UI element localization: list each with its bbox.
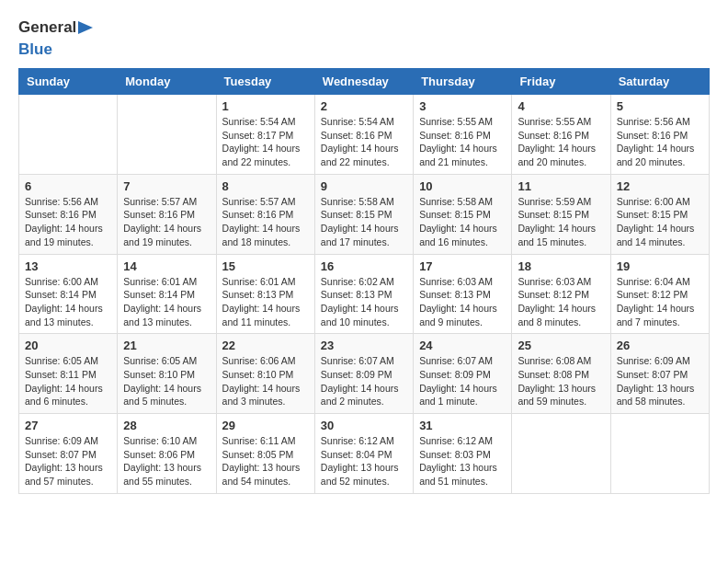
calendar-cell: 4Sunrise: 5:55 AM Sunset: 8:16 PM Daylig… — [512, 95, 610, 175]
day-info: Sunrise: 5:59 AM Sunset: 8:15 PM Dayligh… — [518, 195, 604, 249]
calendar-cell: 10Sunrise: 5:58 AM Sunset: 8:15 PM Dayli… — [414, 174, 512, 254]
calendar-cell: 6Sunrise: 5:56 AM Sunset: 8:16 PM Daylig… — [19, 174, 118, 254]
day-number: 20 — [25, 339, 111, 352]
day-number: 27 — [25, 419, 111, 432]
day-info: Sunrise: 6:07 AM Sunset: 8:09 PM Dayligh… — [419, 354, 506, 408]
calendar-cell: 30Sunrise: 6:12 AM Sunset: 8:04 PM Dayli… — [314, 414, 413, 494]
weekday-header: Wednesday — [314, 69, 413, 95]
day-info: Sunrise: 5:54 AM Sunset: 8:16 PM Dayligh… — [321, 115, 407, 169]
calendar-header-row: SundayMondayTuesdayWednesdayThursdayFrid… — [19, 69, 710, 95]
calendar-cell: 20Sunrise: 6:05 AM Sunset: 8:11 PM Dayli… — [19, 334, 118, 414]
day-info: Sunrise: 6:09 AM Sunset: 8:07 PM Dayligh… — [617, 354, 703, 408]
calendar-week-row: 6Sunrise: 5:56 AM Sunset: 8:16 PM Daylig… — [19, 174, 710, 254]
day-number: 1 — [222, 99, 309, 113]
day-number: 8 — [222, 179, 309, 193]
day-number: 22 — [222, 339, 309, 352]
logo: GeneralBlue — [18, 18, 95, 59]
calendar-week-row: 13Sunrise: 6:00 AM Sunset: 8:14 PM Dayli… — [19, 254, 710, 334]
day-number: 18 — [518, 259, 604, 273]
calendar-cell: 8Sunrise: 5:57 AM Sunset: 8:16 PM Daylig… — [216, 174, 314, 254]
weekday-header: Friday — [512, 69, 610, 95]
calendar-cell: 13Sunrise: 6:00 AM Sunset: 8:14 PM Dayli… — [19, 254, 118, 334]
calendar-cell: 25Sunrise: 6:08 AM Sunset: 8:08 PM Dayli… — [512, 334, 610, 414]
day-number: 25 — [518, 339, 604, 352]
day-number: 16 — [321, 259, 407, 273]
day-number: 9 — [321, 179, 407, 193]
calendar-cell: 28Sunrise: 6:10 AM Sunset: 8:06 PM Dayli… — [118, 414, 216, 494]
day-info: Sunrise: 6:05 AM Sunset: 8:11 PM Dayligh… — [25, 354, 111, 408]
day-number: 24 — [419, 339, 506, 352]
calendar-cell: 29Sunrise: 6:11 AM Sunset: 8:05 PM Dayli… — [216, 414, 314, 494]
day-number: 26 — [617, 339, 703, 352]
day-info: Sunrise: 6:03 AM Sunset: 8:12 PM Dayligh… — [518, 275, 604, 329]
day-number: 23 — [321, 339, 407, 352]
day-info: Sunrise: 5:55 AM Sunset: 8:16 PM Dayligh… — [518, 115, 604, 169]
day-number: 5 — [617, 99, 703, 113]
day-number: 6 — [25, 179, 111, 193]
day-info: Sunrise: 5:58 AM Sunset: 8:15 PM Dayligh… — [321, 195, 407, 249]
day-number: 10 — [419, 179, 506, 193]
day-info: Sunrise: 5:56 AM Sunset: 8:16 PM Dayligh… — [617, 115, 703, 169]
calendar-cell: 9Sunrise: 5:58 AM Sunset: 8:15 PM Daylig… — [314, 174, 413, 254]
day-info: Sunrise: 6:06 AM Sunset: 8:10 PM Dayligh… — [222, 354, 309, 408]
day-info: Sunrise: 6:08 AM Sunset: 8:08 PM Dayligh… — [518, 354, 604, 408]
day-number: 13 — [25, 259, 111, 273]
day-info: Sunrise: 6:10 AM Sunset: 8:06 PM Dayligh… — [123, 434, 210, 488]
day-number: 21 — [123, 339, 210, 352]
day-number: 3 — [419, 99, 506, 113]
calendar-cell — [118, 95, 216, 175]
calendar-cell: 27Sunrise: 6:09 AM Sunset: 8:07 PM Dayli… — [19, 414, 118, 494]
day-info: Sunrise: 5:58 AM Sunset: 8:15 PM Dayligh… — [419, 195, 506, 249]
calendar-cell — [512, 414, 610, 494]
day-info: Sunrise: 5:54 AM Sunset: 8:17 PM Dayligh… — [222, 115, 309, 169]
calendar-cell: 15Sunrise: 6:01 AM Sunset: 8:13 PM Dayli… — [216, 254, 314, 334]
day-number: 31 — [419, 419, 506, 432]
day-info: Sunrise: 6:00 AM Sunset: 8:14 PM Dayligh… — [25, 275, 111, 329]
day-info: Sunrise: 5:57 AM Sunset: 8:16 PM Dayligh… — [222, 195, 309, 249]
svg-marker-0 — [78, 21, 93, 34]
weekday-header: Monday — [118, 69, 216, 95]
weekday-header: Sunday — [19, 69, 118, 95]
logo-flag-icon — [76, 19, 95, 36]
day-info: Sunrise: 5:56 AM Sunset: 8:16 PM Dayligh… — [25, 195, 111, 249]
calendar-cell — [19, 95, 118, 175]
page-header: GeneralBlue — [18, 18, 710, 59]
day-info: Sunrise: 6:07 AM Sunset: 8:09 PM Dayligh… — [321, 354, 407, 408]
calendar-cell: 12Sunrise: 6:00 AM Sunset: 8:15 PM Dayli… — [610, 174, 709, 254]
calendar-cell: 5Sunrise: 5:56 AM Sunset: 8:16 PM Daylig… — [610, 95, 709, 175]
day-info: Sunrise: 6:11 AM Sunset: 8:05 PM Dayligh… — [222, 434, 309, 488]
calendar-cell: 1Sunrise: 5:54 AM Sunset: 8:17 PM Daylig… — [216, 95, 314, 175]
calendar-cell: 31Sunrise: 6:12 AM Sunset: 8:03 PM Dayli… — [414, 414, 512, 494]
day-number: 30 — [321, 419, 407, 432]
day-number: 2 — [321, 99, 407, 113]
day-info: Sunrise: 6:12 AM Sunset: 8:04 PM Dayligh… — [321, 434, 407, 488]
day-number: 29 — [222, 419, 309, 432]
day-number: 14 — [123, 259, 210, 273]
day-info: Sunrise: 6:05 AM Sunset: 8:10 PM Dayligh… — [123, 354, 210, 408]
calendar-cell: 2Sunrise: 5:54 AM Sunset: 8:16 PM Daylig… — [314, 95, 413, 175]
calendar-cell: 22Sunrise: 6:06 AM Sunset: 8:10 PM Dayli… — [216, 334, 314, 414]
calendar-cell — [610, 414, 709, 494]
day-info: Sunrise: 6:01 AM Sunset: 8:14 PM Dayligh… — [123, 275, 210, 329]
day-info: Sunrise: 6:03 AM Sunset: 8:13 PM Dayligh… — [419, 275, 506, 329]
calendar-cell: 14Sunrise: 6:01 AM Sunset: 8:14 PM Dayli… — [118, 254, 216, 334]
calendar-week-row: 1Sunrise: 5:54 AM Sunset: 8:17 PM Daylig… — [19, 95, 710, 175]
calendar-cell: 24Sunrise: 6:07 AM Sunset: 8:09 PM Dayli… — [414, 334, 512, 414]
day-info: Sunrise: 5:57 AM Sunset: 8:16 PM Dayligh… — [123, 195, 210, 249]
weekday-header: Tuesday — [216, 69, 314, 95]
calendar-cell: 17Sunrise: 6:03 AM Sunset: 8:13 PM Dayli… — [414, 254, 512, 334]
day-number: 12 — [617, 179, 703, 193]
day-info: Sunrise: 6:01 AM Sunset: 8:13 PM Dayligh… — [222, 275, 309, 329]
day-number: 17 — [419, 259, 506, 273]
day-info: Sunrise: 6:02 AM Sunset: 8:13 PM Dayligh… — [321, 275, 407, 329]
calendar-cell: 11Sunrise: 5:59 AM Sunset: 8:15 PM Dayli… — [512, 174, 610, 254]
day-number: 15 — [222, 259, 309, 273]
calendar-week-row: 27Sunrise: 6:09 AM Sunset: 8:07 PM Dayli… — [19, 414, 710, 494]
day-number: 4 — [518, 99, 604, 113]
logo-general-text: General — [18, 18, 76, 37]
calendar-cell: 23Sunrise: 6:07 AM Sunset: 8:09 PM Dayli… — [314, 334, 413, 414]
day-info: Sunrise: 6:00 AM Sunset: 8:15 PM Dayligh… — [617, 195, 703, 249]
day-number: 19 — [617, 259, 703, 273]
day-info: Sunrise: 6:04 AM Sunset: 8:12 PM Dayligh… — [617, 275, 703, 329]
day-number: 7 — [123, 179, 210, 193]
